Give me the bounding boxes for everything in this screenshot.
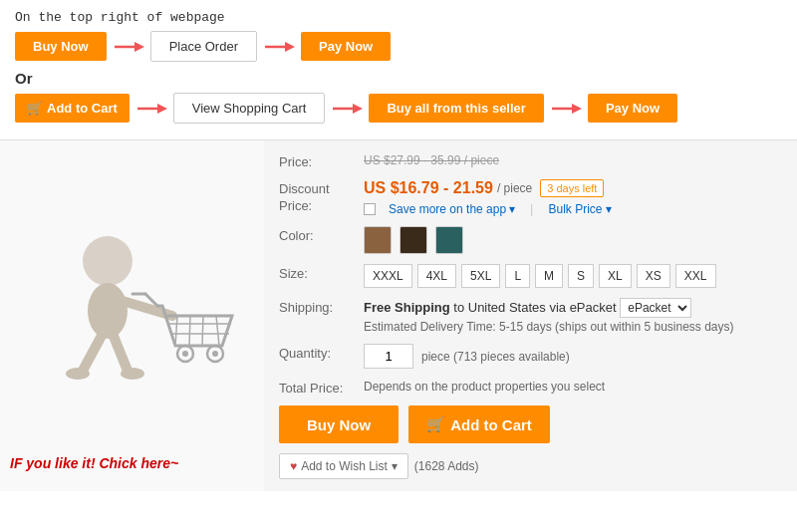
color-swatch-brown[interactable]: [364, 226, 392, 254]
quantity-row: Quantity: piece (713 pieces available): [279, 344, 782, 369]
arrow-2: [263, 37, 295, 57]
arrow-1: [113, 37, 144, 57]
place-order-button[interactable]: Place Order: [150, 31, 257, 62]
svg-point-10: [83, 236, 133, 286]
shipping-label: Shipping:: [279, 298, 364, 315]
quantity-input[interactable]: [364, 344, 413, 369]
days-left-badge: 3 days left: [540, 179, 604, 197]
svg-line-14: [113, 334, 128, 371]
buy-now-button-1[interactable]: Buy Now: [15, 32, 107, 61]
shipping-value: Free Shipping to United States via ePack…: [364, 298, 782, 334]
color-swatches: [364, 226, 782, 254]
product-image: [28, 216, 237, 415]
or-label: Or: [15, 70, 782, 87]
size-label: Size:: [279, 264, 364, 281]
svg-line-17: [175, 316, 177, 346]
pipe-divider: |: [530, 201, 533, 216]
wish-chevron-icon: ▾: [392, 459, 398, 473]
size-row: Size: XXXL 4XL 5XL L M S XL XS XXL: [279, 264, 782, 288]
size-xxl[interactable]: XXL: [675, 264, 716, 288]
discount-value: US $16.79 - 21.59 / piece 3 days left Sa…: [364, 179, 782, 216]
quantity-label: Quantity:: [279, 344, 364, 361]
svg-point-26: [182, 351, 188, 357]
heart-icon: ♥: [290, 459, 297, 473]
arrow-4: [331, 99, 363, 119]
shipping-to-text: to United States via ePacket: [453, 300, 616, 315]
wish-count-text: (1628 Adds): [414, 459, 479, 473]
total-price-label: Total Price:: [279, 379, 364, 396]
color-row: Color:: [279, 226, 782, 254]
save-app-checkbox[interactable]: [364, 203, 376, 215]
svg-marker-1: [134, 42, 144, 52]
svg-marker-7: [353, 104, 363, 114]
qty-available-text: piece (713 pieces available): [421, 350, 570, 364]
bulk-chevron-icon: ▾: [606, 202, 612, 216]
color-swatch-teal[interactable]: [435, 226, 463, 254]
svg-marker-3: [285, 42, 295, 52]
cart-icon-small: 🛒: [27, 101, 43, 116]
add-to-cart-button-main[interactable]: 🛒 Add to Cart: [408, 405, 550, 443]
svg-point-15: [66, 368, 90, 380]
top-label: On the top right of webpage: [15, 10, 782, 25]
pay-now-button-2[interactable]: Pay Now: [588, 94, 677, 123]
size-options: XXXL 4XL 5XL L M S XL XS XXL: [364, 264, 782, 288]
shipping-info: Free Shipping to United States via ePack…: [364, 298, 782, 318]
size-xs[interactable]: XS: [637, 264, 670, 288]
shipping-detail: Estimated Delivery Time: 5-15 days (ship…: [364, 320, 782, 334]
flow-row-2: 🛒 Add to Cart View Shopping Cart Buy all…: [15, 93, 782, 124]
price-label: Price:: [279, 152, 364, 169]
buy-from-seller-button[interactable]: Buy all from this seller: [369, 94, 543, 123]
flow-row-1: Buy Now Place Order Pay Now: [15, 31, 782, 62]
size-4xl[interactable]: 4XL: [417, 264, 456, 288]
save-app-row: Save more on the app ▾ | Bulk Price ▾: [364, 201, 782, 216]
color-label: Color:: [279, 226, 364, 243]
size-5xl[interactable]: 5XL: [461, 264, 500, 288]
color-value: [364, 226, 782, 254]
svg-line-18: [189, 316, 190, 346]
if-you-like-text: IF you like it! Chick here~: [10, 455, 178, 471]
chevron-down-icon: ▾: [509, 202, 515, 216]
svg-line-19: [202, 316, 203, 346]
price-value: US $27.99 - 35.99 / piece: [364, 152, 782, 167]
wish-row: ♥ Add to Wish List ▾ (1628 Adds): [279, 453, 782, 479]
discount-row: DiscountPrice: US $16.79 - 21.59 / piece…: [279, 179, 782, 216]
svg-point-28: [212, 351, 218, 357]
original-price: US $27.99 - 35.99 / piece: [364, 153, 499, 167]
total-price-row: Total Price: Depends on the product prop…: [279, 379, 782, 396]
total-price-text: Depends on the product properties you se…: [364, 380, 605, 394]
add-to-cart-button-small[interactable]: 🛒 Add to Cart: [15, 94, 130, 123]
price-row: Price: US $27.99 - 35.99 / piece: [279, 152, 782, 169]
main-content: IF you like it! Chick here~ Price: US $2…: [0, 140, 797, 491]
arrow-5: [550, 99, 582, 119]
shipping-select[interactable]: ePacket: [620, 298, 691, 318]
cart-icon-main: 🛒: [426, 415, 445, 433]
size-value: XXXL 4XL 5XL L M S XL XS XXL: [364, 264, 782, 288]
product-details: Price: US $27.99 - 35.99 / piece Discoun…: [264, 140, 797, 491]
discount-price: US $16.79 - 21.59: [364, 179, 493, 197]
size-s[interactable]: S: [568, 264, 594, 288]
total-price-value: Depends on the product properties you se…: [364, 379, 782, 394]
svg-marker-9: [572, 104, 582, 114]
size-l[interactable]: L: [505, 264, 530, 288]
arrow-3: [135, 99, 167, 119]
product-image-area: IF you like it! Chick here~: [0, 140, 264, 491]
wish-list-button[interactable]: ♥ Add to Wish List ▾: [279, 453, 408, 479]
svg-point-11: [88, 283, 128, 339]
svg-point-16: [121, 368, 144, 380]
save-app-link[interactable]: Save more on the app ▾: [389, 202, 515, 216]
pay-now-button-1[interactable]: Pay Now: [301, 32, 391, 61]
action-buttons: Buy Now 🛒 Add to Cart: [279, 405, 782, 443]
size-xxxl[interactable]: XXXL: [364, 264, 412, 288]
size-m[interactable]: M: [535, 264, 563, 288]
svg-marker-5: [157, 104, 167, 114]
svg-line-13: [83, 334, 103, 371]
svg-line-20: [216, 316, 219, 346]
view-cart-button[interactable]: View Shopping Cart: [173, 93, 326, 124]
quantity-value: piece (713 pieces available): [364, 344, 782, 369]
bulk-price-link[interactable]: Bulk Price ▾: [548, 202, 611, 216]
discount-label: DiscountPrice:: [279, 179, 364, 215]
color-swatch-dark[interactable]: [399, 226, 427, 254]
buy-now-button-main[interactable]: Buy Now: [279, 405, 398, 443]
size-xl[interactable]: XL: [599, 264, 632, 288]
shipping-row: Shipping: Free Shipping to United States…: [279, 298, 782, 334]
